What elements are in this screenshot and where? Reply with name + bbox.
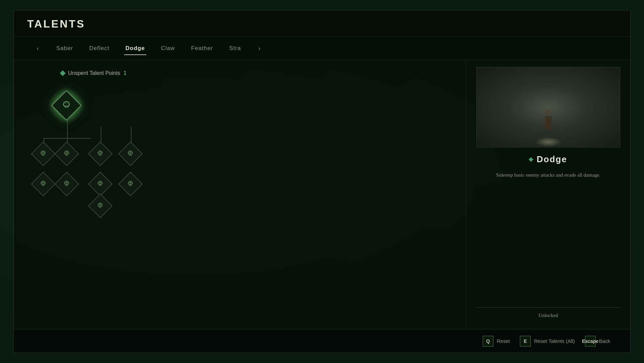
bottom-bar: Q Reset E Reset Talents (All) Escape Bac…: [14, 329, 630, 353]
reset-all-label: Reset Talents (All): [534, 338, 575, 344]
tab-bar: ‹ Saber Deflect Dodge Claw Feather Stra …: [14, 37, 630, 60]
node-icon-r2c1: [40, 180, 47, 188]
node-r1c2[interactable]: [58, 145, 75, 163]
unspent-count: 1: [123, 70, 126, 76]
tab-saber[interactable]: Saber: [55, 42, 74, 54]
node-diamond-r1c2: [54, 141, 79, 166]
ability-diamond-icon: [529, 157, 533, 162]
node-diamond-r1c1: [31, 141, 56, 166]
node-diamond-r1c4: [118, 141, 143, 166]
tab-next-button[interactable]: ›: [256, 43, 263, 54]
reset-all-button[interactable]: E Reset Talents (All): [520, 336, 575, 347]
node-icon-r2c2: [63, 180, 70, 188]
node-icon-main: [62, 100, 71, 110]
char-glow: [535, 137, 562, 147]
node-icon-r3c3: [97, 202, 104, 210]
node-diamond-r2c2: [54, 172, 79, 196]
node-r1c3[interactable]: [92, 145, 109, 163]
unspent-points-row: Unspent Talent Points 1: [61, 70, 452, 76]
node-r2c3[interactable]: [92, 175, 109, 193]
node-diamond-r2c4: [118, 172, 143, 196]
node-icon-r1c2: [63, 150, 70, 158]
node-icon-r1c4: [127, 150, 134, 158]
node-icon-r2c3: [97, 180, 104, 188]
title-bar: TALENTS: [14, 10, 630, 37]
reset-key-badge: Q: [483, 336, 493, 347]
node-icon-r2c4: [127, 180, 134, 188]
node-diamond-r2c1: [31, 172, 56, 196]
node-icon-r1c3: [97, 150, 104, 158]
main-frame: TALENTS ‹ Saber Deflect Dodge Claw Feath…: [13, 10, 631, 353]
ability-name: Dodge: [537, 154, 567, 165]
tab-claw[interactable]: Claw: [160, 42, 176, 54]
preview-background: [477, 67, 620, 147]
main-content: Unspent Talent Points 1: [14, 60, 630, 332]
tab-dodge[interactable]: Dodge: [124, 42, 146, 54]
skill-preview-box: [476, 67, 620, 147]
back-button[interactable]: Escape Back: [585, 336, 610, 347]
skill-tree-nodes: [27, 86, 168, 214]
node-dodge-main[interactable]: [56, 95, 77, 116]
back-key-badge: Escape: [585, 336, 596, 347]
char-body: [545, 116, 552, 130]
character-figure: [540, 110, 557, 137]
right-panel: Dodge Sidestep basic enemy attacks and e…: [466, 60, 630, 332]
skill-tree-area: Unspent Talent Points 1: [14, 60, 466, 332]
char-head: [546, 110, 551, 115]
ability-description: Sidestep basic enemy attacks and evade a…: [476, 171, 620, 179]
node-diamond-main: [51, 90, 82, 121]
unlock-status: Unlocked: [476, 307, 620, 325]
node-r3c3[interactable]: [92, 197, 109, 215]
diamond-bullet-icon: [60, 71, 66, 76]
node-diamond-r3c3: [88, 193, 113, 218]
page-title: TALENTS: [27, 18, 85, 30]
node-r2c2[interactable]: [58, 175, 75, 193]
node-diamond-r1c3: [88, 141, 113, 166]
svg-point-11: [65, 104, 66, 105]
ability-name-row: Dodge: [476, 154, 620, 165]
node-r2c1[interactable]: [35, 175, 52, 193]
tab-deflect[interactable]: Deflect: [88, 42, 111, 54]
reset-label: Reset: [497, 338, 510, 344]
reset-button[interactable]: Q Reset: [483, 336, 510, 347]
tab-stra[interactable]: Stra: [228, 42, 242, 54]
node-r1c4[interactable]: [122, 145, 139, 163]
reset-all-key-badge: E: [520, 336, 531, 347]
unspent-label: Unspent Talent Points: [68, 70, 120, 76]
tab-feather[interactable]: Feather: [190, 42, 215, 54]
tab-prev-button[interactable]: ‹: [34, 43, 42, 54]
node-icon-r1c1: [40, 150, 47, 158]
node-r2c4[interactable]: [122, 175, 139, 193]
node-r1c1[interactable]: [35, 145, 52, 163]
node-diamond-r2c3: [88, 172, 113, 196]
back-label: Back: [599, 338, 610, 344]
svg-point-12: [67, 104, 68, 105]
